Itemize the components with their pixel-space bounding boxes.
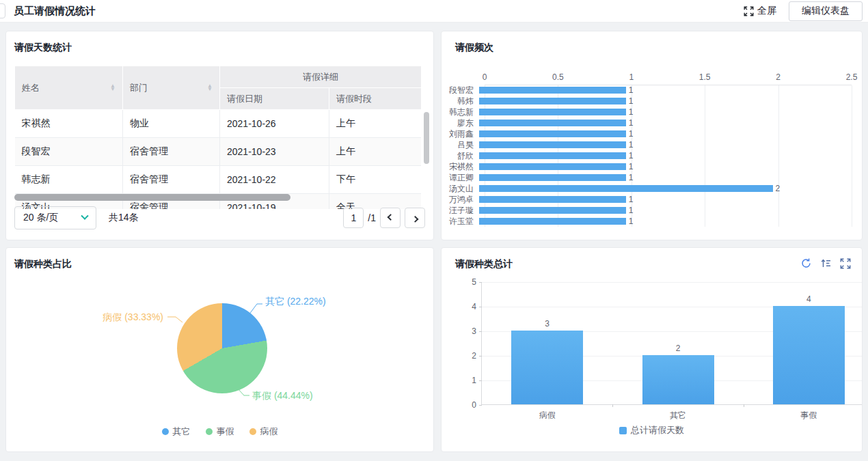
bar[interactable]	[479, 185, 773, 192]
legend-marker	[206, 428, 213, 435]
page-title: 员工请假情况统计	[14, 5, 96, 18]
chevron-right-icon	[411, 215, 418, 222]
bar[interactable]	[479, 87, 626, 94]
x-tick-label: 2	[776, 72, 781, 82]
pie-callout-lines	[6, 248, 434, 452]
value-label: 1	[629, 140, 634, 150]
bar-row: 宋祺然1	[447, 161, 856, 172]
bar-row: 韩炜1	[447, 96, 856, 107]
table-cell-name: 韩志新	[15, 166, 123, 194]
bar-row: 段智宏1	[447, 85, 856, 96]
column-header-name[interactable]: 姓名 ▲▼	[15, 66, 123, 110]
legend-label: 其它	[173, 425, 191, 438]
table-row: 韩志新宿舍管理2021-10-22下午	[15, 166, 422, 194]
horizontal-scrollbar[interactable]	[14, 194, 290, 201]
value-label: 1	[629, 162, 634, 171]
next-page-button[interactable]	[405, 208, 425, 228]
bar[interactable]	[479, 174, 626, 181]
category-label: 韩炜	[447, 96, 479, 107]
total-pages: /1	[368, 212, 376, 223]
bar[interactable]	[511, 331, 583, 404]
legend-item[interactable]: 总计请假天数	[619, 424, 684, 436]
prev-page-button[interactable]	[380, 208, 401, 228]
page-size-select[interactable]: 20 条/页	[14, 206, 96, 229]
panel-leave-type-share: 请假种类占比 其它 (22.22%) 事假 (44.44%) 病假 (33.33…	[5, 247, 434, 452]
value-label: 1	[629, 206, 634, 215]
bar[interactable]	[479, 152, 626, 159]
sort-icon[interactable]: ▲▼	[110, 85, 116, 91]
value-label: 2	[776, 184, 781, 193]
table-cell-name: 宋祺然	[15, 110, 123, 138]
value-label: 1	[629, 85, 634, 95]
category-label: 谭正卿	[447, 172, 479, 184]
x-tick-label: 1	[629, 72, 634, 82]
bar[interactable]	[773, 306, 845, 404]
chevron-down-icon	[81, 212, 88, 220]
panel-leave-frequency: 请假频次 00.511.522.5 段智宏1韩炜1韩志新1廖东1刘雨鑫1吕昊1舒…	[441, 31, 863, 240]
vertical-scrollbar[interactable]	[424, 112, 429, 164]
column-header-date: 请假日期	[220, 88, 329, 110]
pie-label: 事假 (44.44%)	[252, 390, 313, 402]
sidebar-toggle-stub[interactable]	[0, 3, 5, 18]
pie-label: 病假 (33.33%)	[103, 311, 163, 324]
legend-marker	[162, 428, 169, 435]
y-tick-label: 4	[472, 302, 476, 311]
panel-toolbar	[800, 257, 851, 269]
category-label: 汤文山	[447, 183, 479, 195]
x-tick-label: 0.5	[552, 72, 564, 82]
x-tick-label: 1.5	[699, 72, 711, 82]
sort-ascending-icon[interactable]	[820, 257, 832, 269]
value-label: 1	[629, 118, 634, 128]
value-label: 1	[629, 216, 634, 226]
table-row: 段智宏宿舍管理2021-10-23上午	[15, 138, 422, 166]
category-label: 刘雨鑫	[447, 128, 479, 140]
fullscreen-icon[interactable]	[840, 258, 851, 269]
bar-row: 吕昊1	[447, 139, 856, 150]
panel-title: 请假频次	[455, 42, 493, 54]
category-label: 事假	[800, 410, 817, 421]
edit-dashboard-button[interactable]: 编辑仪表盘	[789, 1, 863, 21]
bar[interactable]	[479, 120, 626, 126]
bar[interactable]	[479, 130, 626, 137]
category-label: 宋祺然	[447, 161, 479, 173]
value-label: 2	[676, 344, 681, 353]
bar[interactable]	[479, 207, 626, 214]
bar[interactable]	[479, 218, 626, 225]
table-cell-department: 物业	[123, 110, 220, 138]
bar-row: 汪子璇1	[447, 205, 856, 216]
column-header-department[interactable]: 部门 ▲▼	[123, 66, 220, 110]
panel-title: 请假种类总计	[455, 258, 513, 270]
legend-label: 事假	[217, 425, 234, 438]
page-number-input[interactable]: 1	[343, 208, 364, 228]
table-cell-date: 2021-10-26	[220, 110, 329, 138]
value-label: 4	[806, 294, 811, 304]
bar-legend: 总计请假天数	[442, 424, 862, 436]
category-label: 许玉堂	[447, 216, 479, 227]
legend-label: 病假	[260, 425, 278, 438]
bar[interactable]	[642, 355, 714, 404]
value-label: 1	[629, 96, 634, 106]
pie-label: 其它 (22.22%)	[265, 296, 326, 308]
leave-type-total-chart[interactable]: 0123453病假2其它4事假	[481, 282, 863, 405]
header-actions: 全屏 编辑仪表盘	[744, 1, 868, 21]
refresh-icon[interactable]	[800, 257, 812, 269]
legend-item[interactable]: 事假	[206, 425, 234, 438]
bar[interactable]	[479, 109, 626, 115]
legend-item[interactable]: 病假	[249, 425, 278, 438]
column-header-period: 请假时段	[329, 88, 422, 110]
category-label: 万鸿卓	[447, 194, 479, 206]
legend-item[interactable]: 其它	[162, 425, 191, 438]
chevron-left-icon	[387, 214, 394, 221]
total-count: 共14条	[109, 212, 139, 224]
bar[interactable]	[479, 163, 626, 170]
bar-row: 刘雨鑫1	[447, 128, 856, 139]
fullscreen-button[interactable]: 全屏	[744, 5, 776, 17]
category-label: 段智宏	[447, 85, 479, 96]
bar[interactable]	[479, 98, 626, 104]
bar-row: 万鸿卓1	[447, 194, 856, 205]
bar[interactable]	[479, 196, 626, 203]
leave-frequency-chart[interactable]: 00.511.522.5 段智宏1韩炜1韩志新1廖东1刘雨鑫1吕昊1舒欣1宋祺然…	[447, 72, 856, 227]
bar[interactable]	[479, 141, 626, 148]
table-cell-name: 段智宏	[15, 138, 123, 166]
sort-icon[interactable]: ▲▼	[207, 85, 213, 91]
